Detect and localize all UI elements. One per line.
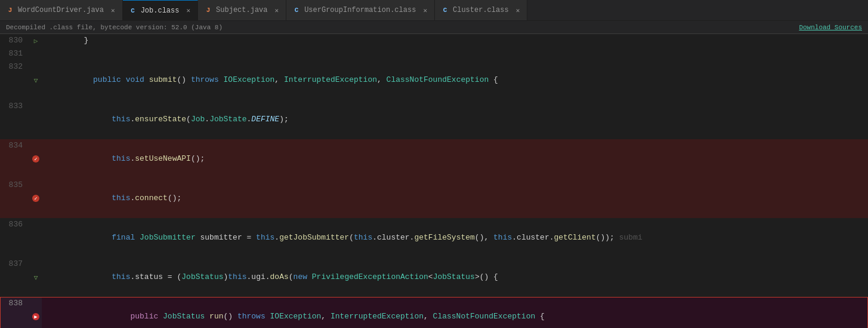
class-icon: C <box>292 6 301 14</box>
gutter: ✓ <box>30 139 42 179</box>
line-number: 836 <box>0 218 30 258</box>
code-line-835: 835 ✓ this.connect(); <box>0 179 868 218</box>
code-content: public void submit() throws IOException,… <box>42 60 868 100</box>
tab-job[interactable]: C Job.class ✕ <box>123 0 198 21</box>
fold-icon[interactable]: ▽ <box>32 273 40 281</box>
code-line-836: 836 final JobSubmitter submitter = this.… <box>0 218 868 258</box>
code-content: public JobStatus run() throws IOExceptio… <box>42 297 868 328</box>
class-icon: C <box>441 6 449 14</box>
gutter: ✓ <box>30 179 42 218</box>
code-content: this.connect(); <box>42 179 868 218</box>
tab-close[interactable]: ✕ <box>185 5 191 16</box>
line-number: 830 <box>0 34 30 47</box>
tab-label: Job.class <box>141 7 180 15</box>
line-number: 837 <box>0 258 30 297</box>
gutter <box>30 100 42 139</box>
code-content: this.status = (JobStatus)this.ugi.doAs(n… <box>42 258 868 297</box>
java-icon: J <box>6 6 14 14</box>
line-number: 833 <box>0 100 30 139</box>
download-sources-link[interactable]: Download Sources <box>799 24 862 31</box>
code-line-837: 837 ▽ this.status = (JobStatus)this.ugi.… <box>0 258 868 297</box>
fold-icon[interactable]: ▷ <box>32 36 40 45</box>
breakpoint-indicator: ✓ <box>32 195 39 202</box>
line-number: 838 <box>0 297 30 328</box>
line-number: 834 <box>0 139 30 179</box>
tab-close[interactable]: ✕ <box>274 5 280 16</box>
line-number: 831 <box>0 47 30 60</box>
breakpoint-indicator: ✓ <box>32 155 39 163</box>
info-bar: Decompiled .class file, bytecode version… <box>0 21 868 34</box>
tab-label: WordCountDriver.java <box>18 6 104 14</box>
gutter: ▽ <box>30 258 42 297</box>
tab-cluster[interactable]: C Cluster.class ✕ <box>435 0 527 21</box>
tab-usergroupinfo[interactable]: C UserGroupInformation.class ✕ <box>286 0 435 21</box>
code-content: this.ensureState(Job.JobState.DEFINE); <box>42 100 868 139</box>
line-number: 835 <box>0 179 30 218</box>
line-number: 832 <box>0 60 30 100</box>
tab-subject[interactable]: J Subject.java ✕ <box>198 0 286 21</box>
gutter <box>30 218 42 258</box>
code-line-830: 830 ▷ } <box>0 34 868 47</box>
tab-label: Subject.java <box>216 6 267 14</box>
code-editor: 830 ▷ } 831 832 ▽ public void submit() t… <box>0 34 868 328</box>
gutter: ▶ <box>30 297 42 328</box>
code-content: final JobSubmitter submitter = this.getJ… <box>42 218 868 258</box>
fold-icon[interactable]: ▽ <box>32 76 40 84</box>
code-line-831: 831 <box>0 47 868 60</box>
gutter: ▽ <box>30 60 42 100</box>
java-icon: J <box>204 6 212 14</box>
code-content: this.setUseNewAPI(); <box>42 139 868 179</box>
tab-label: Cluster.class <box>453 6 509 14</box>
tab-close[interactable]: ✕ <box>515 5 521 16</box>
code-line-838: 838 ▶ public JobStatus run() throws IOEx… <box>0 297 868 328</box>
code-line-832: 832 ▽ public void submit() throws IOExce… <box>0 60 868 100</box>
class-icon: C <box>129 7 137 15</box>
gutter <box>30 47 42 60</box>
tab-wordcountdriver[interactable]: J WordCountDriver.java ✕ <box>0 0 123 21</box>
code-line-833: 833 this.ensureState(Job.JobState.DEFINE… <box>0 100 868 139</box>
tab-close[interactable]: ✕ <box>422 5 428 16</box>
tab-close[interactable]: ✕ <box>110 5 116 16</box>
code-content <box>42 47 868 60</box>
tab-bar: J WordCountDriver.java ✕ C Job.class ✕ J… <box>0 0 868 21</box>
code-line-834: 834 ✓ this.setUseNewAPI(); <box>0 139 868 179</box>
tab-label: UserGroupInformation.class <box>304 6 416 14</box>
decompile-info: Decompiled .class file, bytecode version… <box>6 24 223 31</box>
breakpoint-indicator: ▶ <box>32 313 39 320</box>
code-content: } <box>42 34 868 47</box>
gutter: ▷ <box>30 34 42 47</box>
